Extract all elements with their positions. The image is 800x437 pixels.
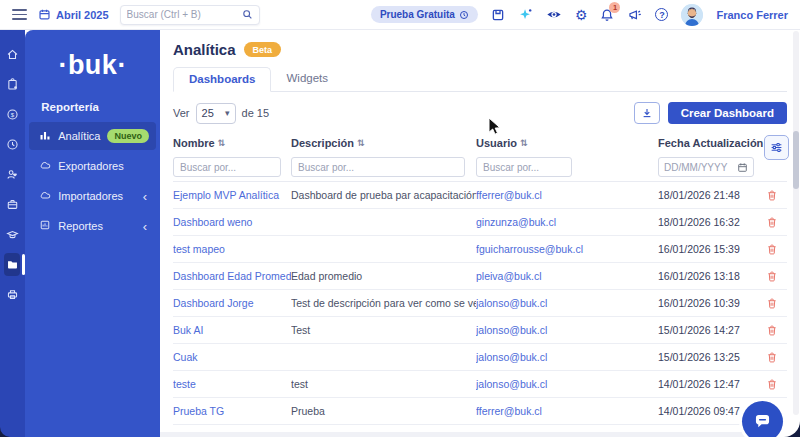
notifications-bell-icon[interactable]: 1	[600, 8, 614, 22]
delete-dashboard-button[interactable]	[766, 270, 778, 283]
table-row: teste test jalonso@buk.cl 14/01/2026 12:…	[173, 370, 787, 397]
dashboard-description: Test de descripción para ver como se ve	[291, 297, 476, 309]
dashboard-updated-at: 14/01/2026 12:47	[658, 378, 756, 390]
home-icon[interactable]	[0, 46, 25, 63]
dashboard-name-link[interactable]: Buk AI	[173, 324, 291, 336]
delete-dashboard-button[interactable]	[766, 351, 778, 364]
bar-chart-icon	[39, 129, 51, 143]
vertical-scrollbar[interactable]	[793, 31, 799, 415]
user-name[interactable]: Franco Ferrer	[716, 9, 788, 21]
trial-badge[interactable]: Prueba Gratuita	[371, 6, 478, 23]
dashboard-name-link[interactable]: test mapeo	[173, 243, 291, 255]
people-heart-icon[interactable]	[0, 166, 25, 183]
clock-icon[interactable]	[0, 136, 25, 153]
sidebar-item-importadores[interactable]: Importadores ‹	[29, 182, 156, 210]
delete-dashboard-button[interactable]	[766, 243, 778, 256]
column-header-usuario[interactable]: Usuario⇅	[476, 137, 658, 149]
delete-dashboard-button[interactable]	[766, 216, 778, 229]
dashboard-owner-email: jalonso@buk.cl	[476, 324, 658, 336]
chevron-collapsed-icon: ‹	[143, 220, 149, 233]
folder-icon[interactable]	[0, 256, 25, 273]
dollar-icon[interactable]: $	[0, 106, 25, 123]
page-title: Analítica	[173, 41, 236, 58]
column-settings-button[interactable]	[764, 135, 789, 160]
dashboard-name-link[interactable]: Dashboard Jorge	[173, 297, 291, 309]
sidebar-item-label: Reportes	[58, 220, 103, 232]
briefcase-icon[interactable]	[0, 196, 25, 213]
announcements-megaphone-icon[interactable]	[627, 8, 642, 22]
scrollbar-thumb[interactable]	[793, 131, 799, 189]
sliders-icon	[770, 141, 783, 154]
delete-dashboard-button[interactable]	[766, 378, 778, 391]
notification-count-badge: 1	[609, 2, 620, 13]
column-header-fecha[interactable]: Fecha Actualización⇅	[658, 137, 756, 149]
dashboard-name-link[interactable]: Prueba TG	[173, 405, 291, 417]
table-body: Ejemplo MVP Analítica Dashboard de prueb…	[173, 181, 787, 437]
eye-icon[interactable]	[546, 8, 562, 21]
report-board-icon	[39, 219, 51, 233]
calendar-icon	[737, 162, 748, 173]
dashboard-updated-at: 16/01/2026 10:39	[658, 297, 756, 309]
dashboard-name-link[interactable]: Cuak	[173, 351, 291, 363]
nuevo-badge: Nuevo	[107, 129, 149, 143]
sidebar-panel: ·buk· Reportería Analítica Nuevo Exporta…	[25, 30, 160, 437]
sidebar-item-label: Importadores	[58, 190, 123, 202]
table-filter-row	[173, 153, 787, 181]
tab-widgets[interactable]: Widgets	[271, 67, 343, 91]
filter-fecha-input[interactable]	[664, 162, 734, 173]
table-header-row: Nombre⇅ Descripción⇅ Usuario⇅ Fecha Actu…	[173, 133, 787, 153]
table-row: test mapeo fguicharrousse@buk.cl 16/01/2…	[173, 235, 787, 262]
table-row: Cuak jalonso@buk.cl 15/01/2026 13:25	[173, 343, 787, 370]
global-search-input[interactable]	[127, 9, 242, 20]
delete-dashboard-button[interactable]	[766, 324, 778, 337]
filter-usuario-input[interactable]	[476, 157, 572, 177]
printer-icon[interactable]	[0, 286, 25, 303]
dashboards-table: Nombre⇅ Descripción⇅ Usuario⇅ Fecha Actu…	[173, 133, 787, 437]
sidebar: $	[0, 30, 160, 437]
dashboard-owner-email: jalonso@buk.cl	[476, 351, 658, 363]
chevron-down-icon: ▾	[225, 108, 230, 118]
ai-sparkle-icon[interactable]	[518, 7, 533, 22]
sort-icon: ⇅	[218, 138, 226, 148]
create-dashboard-button[interactable]: Crear Dashboard	[668, 102, 787, 124]
sidebar-item-exportadores[interactable]: Exportadores	[29, 152, 156, 180]
help-icon[interactable]: ?	[655, 8, 668, 21]
filter-descripcion-input[interactable]	[291, 157, 465, 177]
main-content: Analítica Beta Dashboards Widgets Ver 25…	[160, 30, 800, 437]
clipboard-icon[interactable]	[0, 76, 25, 93]
chat-widget-button[interactable]	[742, 401, 783, 437]
gear-icon[interactable]: ⚙	[575, 8, 588, 22]
dashboard-owner-email: fferrer@buk.cl	[476, 405, 658, 417]
filter-nombre-input[interactable]	[173, 157, 281, 177]
global-search[interactable]	[120, 5, 260, 25]
graduation-cap-icon[interactable]	[0, 226, 25, 243]
dashboard-updated-at: 14/01/2026 09:47	[658, 405, 756, 417]
trash-icon	[766, 297, 778, 310]
dashboard-name-link[interactable]: teste	[173, 378, 291, 390]
delete-dashboard-button[interactable]	[766, 189, 778, 202]
dashboard-name-link[interactable]: Dashboard weno	[173, 216, 291, 228]
sidebar-item-analitica[interactable]: Analítica Nuevo	[29, 122, 156, 150]
sort-icon: ⇅	[357, 138, 365, 148]
user-avatar[interactable]	[681, 4, 703, 26]
dashboard-description: Dashboard de prueba par acapacitación	[291, 189, 476, 201]
download-button[interactable]	[634, 102, 660, 124]
dashboard-owner-email: pleiva@buk.cl	[476, 270, 658, 282]
bottom-strip	[160, 432, 800, 437]
period-selector[interactable]: Abril 2025	[38, 8, 109, 21]
sidebar-item-reportes[interactable]: Reportes ‹	[29, 212, 156, 240]
hamburger-menu-icon[interactable]	[12, 9, 27, 20]
dashboard-description: Test	[291, 324, 476, 336]
column-header-nombre[interactable]: Nombre⇅	[173, 137, 291, 149]
page-size-select[interactable]: 25 ▾	[196, 103, 236, 124]
chat-bubble-icon	[754, 414, 771, 429]
table-toolbar: Ver 25 ▾ de 15 Crear Dashboard	[173, 102, 800, 124]
save-icon[interactable]	[491, 8, 505, 22]
filter-fecha-field[interactable]	[658, 157, 754, 177]
dashboard-name-link[interactable]: Ejemplo MVP Analítica	[173, 189, 291, 201]
delete-dashboard-button[interactable]	[766, 297, 778, 310]
column-header-descripcion[interactable]: Descripción⇅	[291, 137, 476, 149]
tab-dashboards[interactable]: Dashboards	[173, 67, 271, 92]
search-icon	[242, 9, 253, 20]
dashboard-name-link[interactable]: Dashboard Edad Promedio	[173, 270, 291, 282]
